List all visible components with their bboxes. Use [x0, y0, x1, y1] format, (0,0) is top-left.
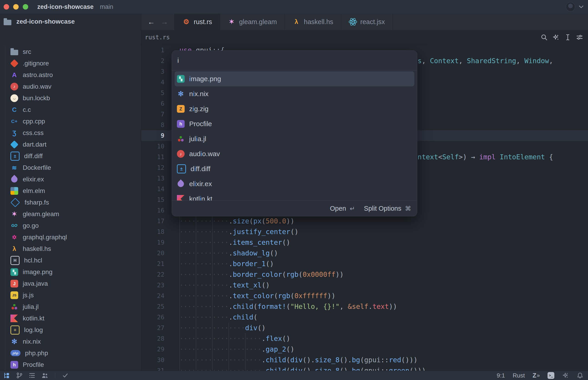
file-row[interactable]: Jjava.java [0, 278, 141, 289]
cursor-position[interactable]: 9:1 [497, 372, 505, 379]
minimize-window-button[interactable] [13, 4, 19, 10]
file-row[interactable]: elm.elm [0, 185, 141, 197]
file-finder-result[interactable]: Zzig.zig [175, 101, 414, 116]
result-filename: nix.nix [189, 90, 209, 98]
result-filename: audio.wav [189, 150, 220, 158]
file-row[interactable]: elixir.ex [0, 173, 141, 185]
file-label: cpp.cpp [23, 118, 45, 125]
file-label: dart.dart [23, 141, 46, 148]
git-branch-label[interactable]: main [100, 3, 114, 10]
file-row[interactable]: GOgo.go [0, 220, 141, 231]
file-row[interactable]: Cc.c [0, 104, 141, 115]
collab-icon[interactable] [41, 372, 48, 379]
file-finder-result[interactable]: ♪audio.wav [175, 146, 414, 161]
file-row[interactable]: Ʒcss.css [0, 127, 141, 139]
project-title[interactable]: zed-icon-showcase [37, 3, 94, 10]
split-options-button[interactable]: Split Options ⌘ [364, 205, 411, 212]
inline-cursor-icon[interactable] [564, 34, 571, 41]
code-line: ····················.flex() [179, 333, 588, 344]
line-number: 15 [141, 194, 164, 205]
editor-settings-icon[interactable] [576, 34, 583, 41]
file-finder-result[interactable]: ✻nix.nix [175, 86, 414, 101]
file-label: elixir.ex [23, 176, 44, 183]
file-finder-result[interactable]: hProcfile [175, 116, 414, 131]
file-label: js.js [23, 292, 34, 299]
language-selector[interactable]: Rust [513, 372, 525, 379]
file-label: nix.nix [23, 338, 41, 345]
file-row[interactable]: ✡graphql.graphql [0, 231, 141, 243]
audio-icon: ♪ [177, 150, 185, 158]
file-row[interactable]: ◡bun.lockb [0, 92, 141, 104]
navigate-back-button[interactable]: ← [148, 18, 155, 26]
breadcrumb-file[interactable]: rust.rs [145, 34, 170, 41]
folder-icon [4, 20, 11, 25]
procfile-icon: h [10, 361, 18, 369]
navigate-forward-button[interactable]: → [161, 18, 168, 26]
tab-label: haskell.hs [304, 18, 333, 26]
file-row[interactable]: ♪audio.wav [0, 81, 141, 92]
diagnostics-check-icon[interactable] [62, 372, 68, 379]
file-row[interactable]: ≋Dockerfile [0, 162, 141, 173]
line-number: 1 [141, 45, 164, 56]
chevron-down-icon[interactable] [578, 5, 584, 9]
zoom-window-button[interactable] [23, 4, 28, 10]
line-number: 16 [141, 205, 164, 216]
file-finder-result[interactable]: ±diff.diff [175, 161, 414, 176]
project-root-row[interactable]: zed-icon-showcase [0, 14, 141, 30]
file-row[interactable]: JSjs.js [0, 289, 141, 301]
file-row[interactable]: src [0, 46, 141, 57]
file-finder-result[interactable]: kotlin.kt [175, 191, 414, 200]
tab-haskell.hs[interactable]: λhaskell.hs [285, 14, 341, 30]
notifications-bell-icon[interactable] [577, 372, 584, 379]
close-window-button[interactable] [4, 4, 9, 10]
file-label: .gitignore [23, 60, 49, 67]
tab-rust.rs[interactable]: ⚙rust.rs [175, 14, 220, 30]
git-branch-icon[interactable] [16, 372, 23, 379]
titlebar: zed-icon-showcase main [0, 0, 588, 14]
file-row[interactable]: C+cpp.cpp [0, 115, 141, 127]
split-options-label: Split Options [364, 205, 401, 212]
assistant-sparkles-icon[interactable] [562, 372, 569, 379]
julia-icon [177, 135, 185, 143]
line-number-gutter: 1234567891011121314151617181920212223242… [141, 45, 164, 371]
file-row[interactable]: ±diff.diff [0, 150, 141, 162]
project-panel-icon[interactable] [3, 372, 10, 379]
file-row[interactable]: hProcfile [0, 359, 141, 370]
file-row[interactable]: ✻nix.nix [0, 336, 141, 347]
line-number: 14 [141, 184, 164, 194]
code-line: ············.border_color(rgb(0x0000ff)) [179, 269, 588, 280]
terminal-icon[interactable]: >_ [548, 372, 554, 379]
file-finder-input[interactable]: i [172, 51, 417, 71]
file-row[interactable]: λhaskell.hs [0, 243, 141, 255]
kotlin-icon [177, 195, 185, 200]
file-row[interactable]: ✶gleam.gleam [0, 208, 141, 220]
file-finder-result[interactable]: ▚image.png [175, 71, 414, 86]
file-row[interactable]: fsharp.fs [0, 197, 141, 208]
tab-label: react.jsx [360, 18, 385, 26]
file-row[interactable]: kotlin.kt [0, 312, 141, 324]
image-icon: ▚ [10, 268, 18, 276]
file-row[interactable]: Hhcl.hcl [0, 255, 141, 266]
file-row[interactable]: ≡log.log [0, 324, 141, 336]
edit-prediction-zeta-icon[interactable]: Z» [532, 372, 540, 379]
tab-react.jsx[interactable]: react.jsx [341, 14, 393, 30]
c-icon: C [10, 106, 18, 114]
outline-icon[interactable] [29, 372, 36, 379]
open-button[interactable]: Open ↵ [330, 205, 355, 212]
file-finder-result[interactable]: julia.jl [175, 131, 414, 146]
file-row[interactable]: .gitignore [0, 57, 141, 69]
file-label: gleam.gleam [23, 210, 59, 218]
file-row[interactable]: Aastro.astro [0, 69, 141, 81]
avatar[interactable] [566, 2, 575, 12]
file-row[interactable]: phpphp.php [0, 347, 141, 359]
file-row[interactable]: dart.dart [0, 139, 141, 150]
file-row[interactable]: ▚image.png [0, 266, 141, 278]
result-filename: zig.zig [189, 105, 209, 113]
assistant-sparkles-icon[interactable] [552, 34, 559, 41]
file-label: image.png [23, 268, 53, 276]
tab-gleam.gleam[interactable]: ✶gleam.gleam [220, 14, 285, 30]
search-icon[interactable] [541, 34, 548, 41]
nix-icon: ✻ [10, 338, 18, 345]
file-finder-result[interactable]: elixir.ex [175, 176, 414, 191]
file-row[interactable]: julia.jl [0, 301, 141, 312]
